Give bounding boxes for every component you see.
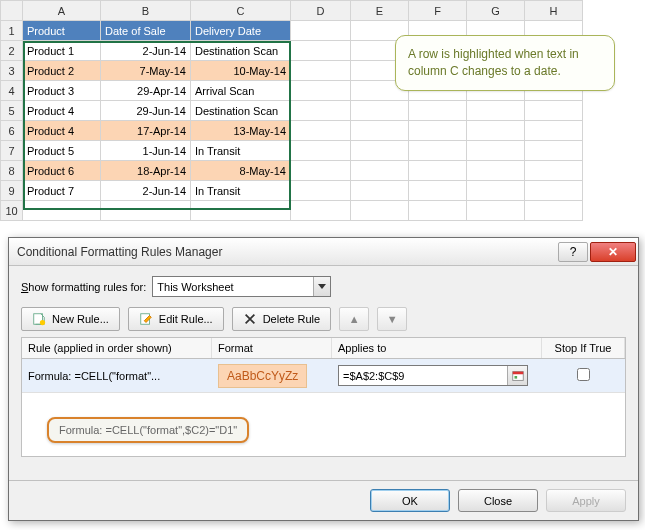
cell[interactable]: Product 6	[23, 161, 101, 181]
col-header[interactable]: B	[101, 1, 191, 21]
cell[interactable]	[467, 101, 525, 121]
col-header[interactable]: F	[409, 1, 467, 21]
cell[interactable]: Product 2	[23, 61, 101, 81]
cell[interactable]	[409, 181, 467, 201]
row-header[interactable]: 10	[1, 201, 23, 221]
row-header[interactable]: 9	[1, 181, 23, 201]
cell[interactable]: 18-Apr-14	[101, 161, 191, 181]
col-header[interactable]: D	[291, 1, 351, 21]
row-header[interactable]: 2	[1, 41, 23, 61]
cell[interactable]	[291, 141, 351, 161]
applies-to-input[interactable]	[339, 366, 507, 385]
cell[interactable]: 10-May-14	[191, 61, 291, 81]
cell[interactable]	[291, 61, 351, 81]
new-rule-button[interactable]: New Rule...	[21, 307, 120, 331]
cell[interactable]	[351, 181, 409, 201]
help-button[interactable]: ?	[558, 242, 588, 262]
row-header[interactable]: 4	[1, 81, 23, 101]
cell[interactable]	[351, 141, 409, 161]
cell[interactable]	[291, 121, 351, 141]
cell[interactable]: Destination Scan	[191, 41, 291, 61]
cell[interactable]: Date of Sale	[101, 21, 191, 41]
cell[interactable]: Product 5	[23, 141, 101, 161]
cell[interactable]	[467, 181, 525, 201]
cell[interactable]: 1-Jun-14	[101, 141, 191, 161]
cell[interactable]	[291, 21, 351, 41]
stop-if-true-checkbox[interactable]	[577, 368, 590, 381]
cell[interactable]	[291, 161, 351, 181]
row-header[interactable]: 5	[1, 101, 23, 121]
cell[interactable]	[409, 141, 467, 161]
cell[interactable]: Destination Scan	[191, 101, 291, 121]
cell[interactable]: Product 1	[23, 41, 101, 61]
cell[interactable]	[525, 161, 583, 181]
cell[interactable]	[525, 121, 583, 141]
cell[interactable]: Product 4	[23, 121, 101, 141]
cell[interactable]	[409, 161, 467, 181]
cell[interactable]	[409, 121, 467, 141]
cell[interactable]: Product 3	[23, 81, 101, 101]
select-all-cell[interactable]	[1, 1, 23, 21]
move-down-button[interactable]: ▼	[377, 307, 407, 331]
cell[interactable]: In Transit	[191, 181, 291, 201]
cell[interactable]: Arrival Scan	[191, 81, 291, 101]
cell[interactable]	[467, 121, 525, 141]
cell[interactable]	[101, 201, 191, 221]
row-header[interactable]: 1	[1, 21, 23, 41]
applies-to-field[interactable]	[338, 365, 528, 386]
scope-combo[interactable]	[152, 276, 331, 297]
cell[interactable]	[291, 81, 351, 101]
row-header[interactable]: 8	[1, 161, 23, 181]
cell[interactable]	[291, 41, 351, 61]
cell[interactable]	[351, 161, 409, 181]
cell[interactable]: Product 4	[23, 101, 101, 121]
cell[interactable]: 7-May-14	[101, 61, 191, 81]
cell[interactable]	[525, 141, 583, 161]
cell[interactable]: Product 7	[23, 181, 101, 201]
apply-button[interactable]: Apply	[546, 489, 626, 512]
cell[interactable]: 29-Jun-14	[101, 101, 191, 121]
edit-rule-button[interactable]: Edit Rule...	[128, 307, 224, 331]
cell[interactable]: Delivery Date	[191, 21, 291, 41]
cell[interactable]	[291, 101, 351, 121]
spreadsheet-grid[interactable]: A B C D E F G H 1 Product Date of Sale D…	[0, 0, 583, 221]
cell[interactable]	[351, 101, 409, 121]
range-picker-icon[interactable]	[507, 366, 527, 385]
dialog-titlebar[interactable]: Conditional Formatting Rules Manager ? ✕	[9, 238, 638, 266]
row-header[interactable]: 7	[1, 141, 23, 161]
close-dialog-button[interactable]: Close	[458, 489, 538, 512]
col-header[interactable]: H	[525, 1, 583, 21]
close-button[interactable]: ✕	[590, 242, 636, 262]
row-header[interactable]: 6	[1, 121, 23, 141]
cell[interactable]: In Transit	[191, 141, 291, 161]
cell[interactable]	[351, 121, 409, 141]
dropdown-icon[interactable]	[313, 277, 330, 296]
cell[interactable]: 17-Apr-14	[101, 121, 191, 141]
cell[interactable]	[525, 201, 583, 221]
col-header[interactable]: C	[191, 1, 291, 21]
cell[interactable]: 13-May-14	[191, 121, 291, 141]
cell[interactable]	[525, 181, 583, 201]
cell[interactable]	[467, 141, 525, 161]
ok-button[interactable]: OK	[370, 489, 450, 512]
col-header[interactable]: A	[23, 1, 101, 21]
delete-rule-button[interactable]: Delete Rule	[232, 307, 331, 331]
cell[interactable]	[409, 201, 467, 221]
cell[interactable]: 2-Jun-14	[101, 41, 191, 61]
row-header[interactable]: 3	[1, 61, 23, 81]
rule-row[interactable]: Formula: =CELL("format"... AaBbCcYyZz	[22, 359, 625, 393]
cell[interactable]	[467, 161, 525, 181]
cell[interactable]	[467, 201, 525, 221]
col-header[interactable]: G	[467, 1, 525, 21]
cell[interactable]	[291, 201, 351, 221]
cell[interactable]	[291, 181, 351, 201]
cell[interactable]: Product	[23, 21, 101, 41]
cell[interactable]	[191, 201, 291, 221]
cell[interactable]: 2-Jun-14	[101, 181, 191, 201]
scope-input[interactable]	[153, 277, 313, 296]
move-up-button[interactable]: ▲	[339, 307, 369, 331]
cell[interactable]	[351, 201, 409, 221]
cell[interactable]	[525, 101, 583, 121]
cell[interactable]	[23, 201, 101, 221]
cell[interactable]: 29-Apr-14	[101, 81, 191, 101]
